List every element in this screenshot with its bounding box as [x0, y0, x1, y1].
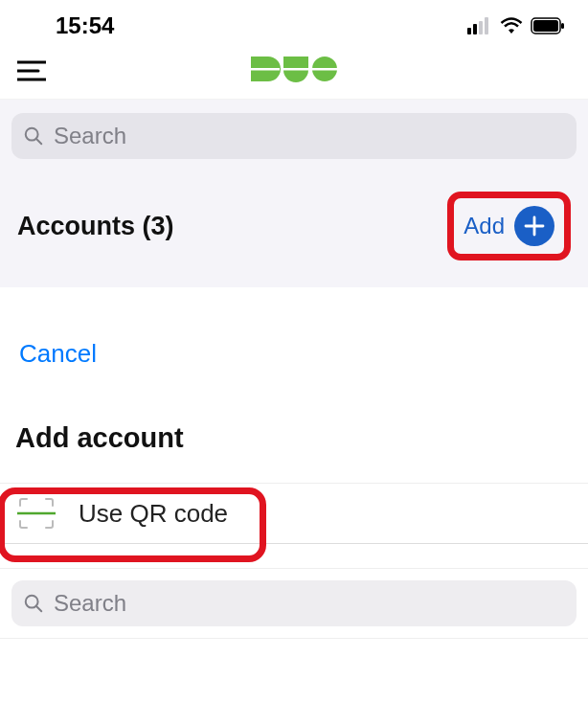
svg-rect-0 [467, 28, 471, 34]
status-icons [467, 17, 565, 34]
menu-button[interactable] [17, 60, 46, 85]
svg-rect-10 [251, 68, 280, 71]
svg-rect-1 [473, 24, 477, 34]
cellular-icon [467, 17, 492, 34]
search-icon [23, 593, 44, 614]
hamburger-icon [17, 60, 46, 81]
use-qr-code-row[interactable]: Use QR code [0, 483, 588, 544]
accounts-title: Accounts (3) [17, 212, 174, 241]
svg-rect-11 [283, 68, 308, 71]
accounts-header-row: Accounts (3) Add [11, 192, 577, 261]
search-bar[interactable] [11, 113, 577, 159]
cancel-button[interactable]: Cancel [19, 339, 97, 369]
cancel-row: Cancel [0, 322, 588, 369]
svg-line-15 [36, 139, 42, 145]
use-qr-code-label: Use QR code [79, 499, 228, 529]
status-time: 15:54 [56, 12, 114, 39]
search-input[interactable] [54, 123, 565, 149]
add-account-sheet: Cancel Add account Use QR code [0, 322, 588, 649]
qr-scan-icon [17, 497, 56, 530]
duo-logo [251, 57, 337, 89]
add-button-label: Add [464, 213, 505, 239]
plus-icon [514, 206, 554, 246]
svg-line-20 [36, 606, 42, 612]
accounts-section: Accounts (3) Add [0, 100, 588, 287]
svg-rect-3 [485, 17, 488, 34]
wifi-icon [500, 17, 523, 34]
svg-rect-13 [312, 68, 337, 71]
svg-rect-6 [561, 23, 564, 29]
svg-rect-2 [479, 21, 483, 34]
providers-search-bar[interactable] [11, 580, 577, 626]
status-bar: 15:54 [0, 0, 588, 46]
add-account-title: Add account [0, 369, 588, 483]
providers-search-input[interactable] [54, 590, 565, 617]
search-icon [23, 125, 44, 147]
add-button[interactable]: Add [447, 192, 571, 261]
svg-rect-5 [533, 20, 558, 32]
battery-icon [531, 17, 565, 34]
nav-header [0, 46, 588, 100]
